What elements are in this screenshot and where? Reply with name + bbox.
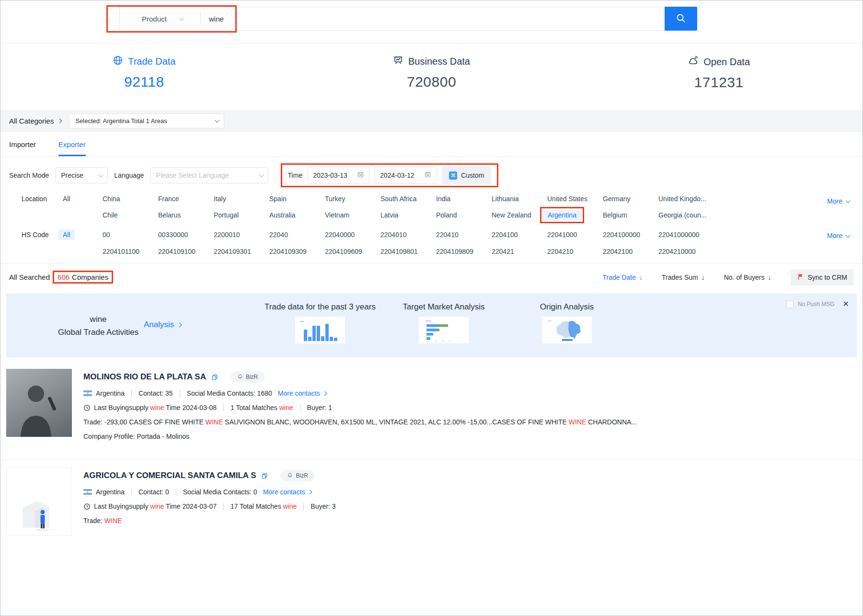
banner-card-title: Target Market Analysis [379,302,508,312]
company-photo[interactable] [6,468,72,536]
bizr-badge[interactable]: BizR [230,371,265,383]
banner-card-origin[interactable]: Origin Analysis [502,302,632,343]
search-header: Product [0,0,863,44]
copy-icon[interactable] [211,374,218,381]
sync-to-crm-button[interactable]: Sync to CRM [791,269,854,285]
location-option[interactable]: Belgium [603,211,658,219]
hs-code-option[interactable]: 2204100 [492,231,547,239]
hs-code-option[interactable]: 2204210 [547,248,603,255]
hs-code-option[interactable]: 2200010 [214,231,269,239]
tab-exporter[interactable]: Exporter [58,132,86,156]
location-option[interactable]: Portugal [214,211,269,219]
hs-code-option[interactable]: 2204010 [380,231,436,239]
location-option[interactable]: New Zealand [492,211,547,219]
analysis-label: Analysis [144,320,174,330]
banner-card-trade-data[interactable]: Trade data for the past 3 years [255,302,385,343]
banner-card-title: Origin Analysis [502,302,632,312]
hs-code-option[interactable]: 2204100000 [603,231,658,239]
annotation-box-argentina: Argentina [540,207,584,223]
hs-code-option[interactable]: 22040000 [325,231,380,239]
company-name[interactable]: MOLINOS RIO DE LA PLATA SA [83,372,206,382]
location-option[interactable]: Turkey [325,195,380,203]
company-contact: Contact: 35 [138,389,173,397]
last-activity: Last Buyingsupply wine Time 2024-03-08 [94,404,217,411]
more-contacts-link[interactable]: More contacts [278,389,326,397]
stat-trade-data[interactable]: Trade Data 92118 [0,44,288,110]
stat-value: 92118 [0,74,288,90]
hs-code-option[interactable]: 22040 [269,231,325,239]
no-push-checkbox[interactable] [786,301,794,308]
copy-icon[interactable] [261,472,268,479]
location-option[interactable]: United States [547,195,603,203]
location-option[interactable]: Vietnam [325,211,380,219]
location-option[interactable]: United Kingdo... [658,195,714,203]
hs-code-option[interactable]: 2204109301 [214,248,269,255]
location-option-all[interactable]: All [63,195,103,203]
location-option[interactable]: Germany [603,195,658,203]
hs-code-option[interactable]: 22041000000 [658,231,714,239]
selected-areas-value: Selected: Argentina Total 1 Areas [75,117,167,125]
company-social-contacts: Social Media Contacts: 0 [183,488,257,496]
stat-open-data[interactable]: Open Data 171231 [575,44,863,110]
hs-code-option[interactable]: 2204101100 [103,248,158,255]
close-icon[interactable]: ✕ [843,300,849,308]
all-categories-link[interactable]: All Categories [9,117,61,125]
results-suffix: Companies [72,273,108,281]
location-option[interactable]: Chile [103,211,158,219]
location-option[interactable]: Belarus [158,211,214,219]
more-contacts-link[interactable]: More contacts [263,488,311,496]
hs-code-option[interactable]: 2204109309 [269,248,325,255]
location-option[interactable]: China [103,195,158,203]
search-category-select[interactable]: Product [120,15,200,23]
hs-code-option[interactable]: 2204109809 [436,248,492,255]
hs-code-option[interactable]: 2204109801 [380,248,436,255]
location-option[interactable]: India [436,195,492,203]
date-to-input[interactable]: 2024-03-12 [375,167,437,184]
location-option[interactable]: France [158,195,214,203]
selected-areas-dropdown[interactable]: Selected: Argentina Total 1 Areas [69,114,224,128]
date-from-input[interactable]: 2023-03-13 [308,167,369,184]
custom-label: Custom [461,171,484,179]
search-input[interactable] [201,15,258,23]
sort-trade-date[interactable]: Trade Date ↓ [602,274,643,281]
location-option[interactable]: Spain [269,195,325,203]
hs-code-more-link[interactable]: More [827,232,849,240]
search-button[interactable] [665,7,697,31]
analysis-link[interactable]: Analysis [144,320,181,330]
location-option[interactable]: Poland [436,211,492,219]
hs-code-option[interactable]: 22041000 [547,231,603,239]
banner-card-target-market[interactable]: Target Market Analysis [379,302,508,343]
arrow-down-icon: ↓ [702,274,705,281]
language-select[interactable]: Please Select Language [150,167,268,183]
location-option[interactable]: Georgia (coun... [658,211,714,219]
location-option-argentina[interactable]: Argentina [542,209,582,221]
hs-code-option[interactable]: 00330000 [158,231,214,239]
hs-code-option[interactable]: 220410 [436,231,492,239]
location-option[interactable]: Lithuania [492,195,547,203]
stat-business-data[interactable]: Business Data 720800 [288,44,575,110]
company-photo[interactable] [6,369,72,437]
location-option[interactable]: South Africa [380,195,436,203]
sort-no-of-buyers[interactable]: No. of Buyers ↓ [724,274,771,281]
location-option[interactable]: Latvia [380,211,436,219]
tab-importer[interactable]: Importer [9,132,36,156]
divider [223,404,224,411]
hs-code-option[interactable]: 2204210000 [658,248,714,255]
hs-code-option[interactable]: 00 [103,231,158,239]
hs-code-option-all[interactable]: All [58,229,75,240]
location-option[interactable]: Italy [214,195,269,203]
hs-code-option[interactable]: 2204109100 [158,248,214,255]
hs-code-option[interactable]: 220421 [492,248,547,255]
location-more-link[interactable]: More [827,197,849,205]
bizr-badge[interactable]: BizR [280,470,314,481]
hs-code-option[interactable]: 22042100 [603,248,658,255]
sort-trades-sum[interactable]: Trades Sum ↓ [662,274,705,281]
custom-time-button[interactable]: ⌘ Custom [442,167,491,184]
buyer-count: Buyer: 1 [307,404,332,411]
calendar-icon [357,171,364,180]
location-option[interactable]: Australia [269,211,325,219]
banner-keyword: wine [58,313,138,326]
hs-code-option[interactable]: 2204109609 [325,248,380,255]
search-mode-select[interactable]: Precise [55,167,108,183]
company-name[interactable]: AGRICOLA Y COMERCIAL SANTA CAMILA S [83,471,256,480]
